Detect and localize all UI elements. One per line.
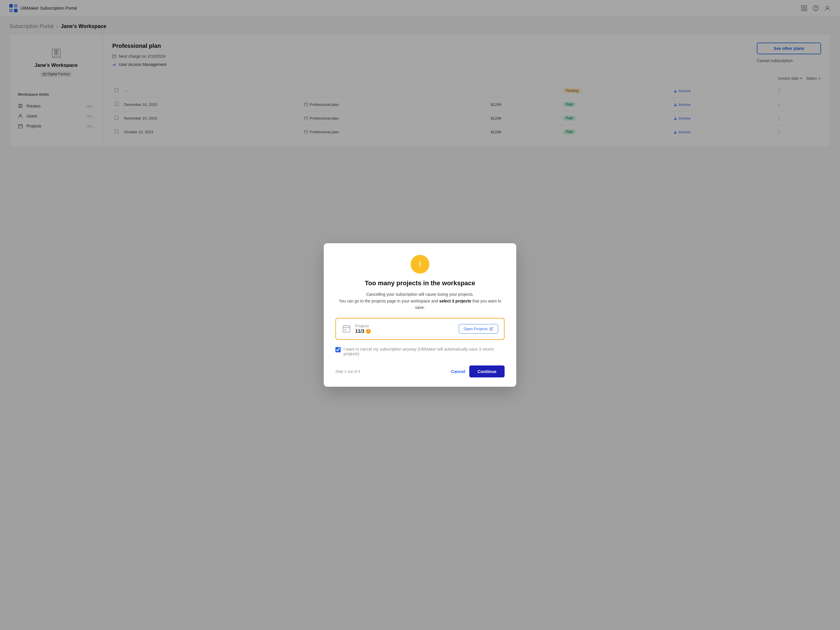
svg-rect-25 <box>343 326 350 332</box>
cancel-checkbox-label[interactable]: I want to cancel my subscription anyway … <box>344 347 505 356</box>
project-count: 11/3 ! <box>355 329 371 334</box>
step-label: Step 1 out of 3 <box>335 369 360 374</box>
modal-cancel-button[interactable]: Cancel <box>451 369 465 374</box>
modal-title: Too many projects in the workspace <box>335 279 505 287</box>
cancel-checkbox[interactable] <box>335 347 341 352</box>
cancel-checkbox-row: I want to cancel my subscription anyway … <box>335 347 505 356</box>
exclamation-icon <box>415 260 425 269</box>
modal-desc-line1: Cancelling your subscription will cause … <box>335 291 505 297</box>
warning-circle <box>411 255 429 273</box>
project-box-left: Projects 11/3 ! <box>342 324 371 334</box>
modal-continue-button[interactable]: Continue <box>469 365 505 377</box>
projects-box-icon <box>342 324 351 333</box>
svg-point-24 <box>419 266 421 267</box>
project-box: Projects 11/3 ! Open Projects <box>335 318 505 340</box>
modal-footer: Step 1 out of 3 Cancel Continue <box>335 365 505 377</box>
modal-desc-line2: You can go to the projects page in your … <box>335 298 505 311</box>
modal-footer-buttons: Cancel Continue <box>451 365 505 377</box>
modal-icon-wrap <box>335 255 505 273</box>
open-projects-button[interactable]: Open Projects <box>459 324 498 334</box>
project-warning-dot: ! <box>366 329 371 334</box>
external-link-icon <box>489 327 493 331</box>
project-label: Projects <box>355 324 371 328</box>
modal-dialog: Too many projects in the workspace Cance… <box>324 243 516 387</box>
modal-overlay: Too many projects in the workspace Cance… <box>0 0 840 630</box>
modal-description: Cancelling your subscription will cause … <box>335 291 505 311</box>
